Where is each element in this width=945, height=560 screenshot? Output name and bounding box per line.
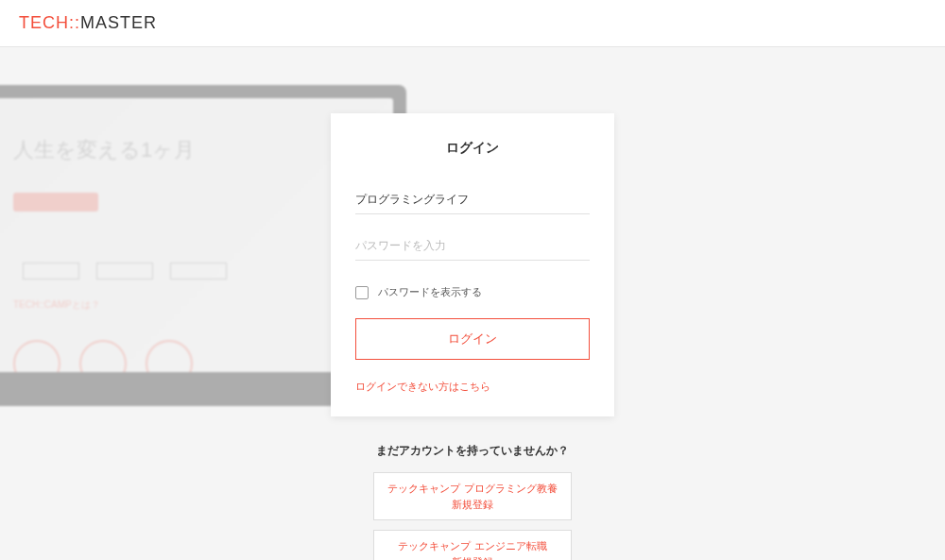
show-password-checkbox[interactable] [355,286,369,299]
main-area: 人生を変える1ヶ月 TECH::CAMPとは？ [0,47,945,560]
login-help-link[interactable]: ログインできない方はこちら [355,381,490,392]
signup-section: まだアカウントを持っていませんか？ テックキャンプ プログラミング教養 新規登録… [373,443,572,560]
logo[interactable]: TECH::MASTER [19,13,157,33]
logo-part1: TECH:: [19,13,80,32]
username-input[interactable] [355,185,590,214]
login-card: ログイン パスワードを表示する ログイン ログインできない方はこちら [331,113,614,416]
password-input[interactable] [355,231,590,261]
login-title: ログイン [355,140,590,157]
signup-engineer-button[interactable]: テックキャンプ エンジニア転職 新規登録 [373,530,572,560]
login-button[interactable]: ログイン [355,318,590,360]
show-password-row: パスワードを表示する [355,285,590,299]
signup-programming-button[interactable]: テックキャンプ プログラミング教養 新規登録 [373,472,572,520]
logo-part2: MASTER [80,13,157,32]
content-wrapper: ログイン パスワードを表示する ログイン ログインできない方はこちら まだアカウ… [0,47,945,560]
header: TECH::MASTER [0,0,945,47]
signup-prompt: まだアカウントを持っていませんか？ [373,443,572,459]
show-password-label: パスワードを表示する [378,285,482,299]
